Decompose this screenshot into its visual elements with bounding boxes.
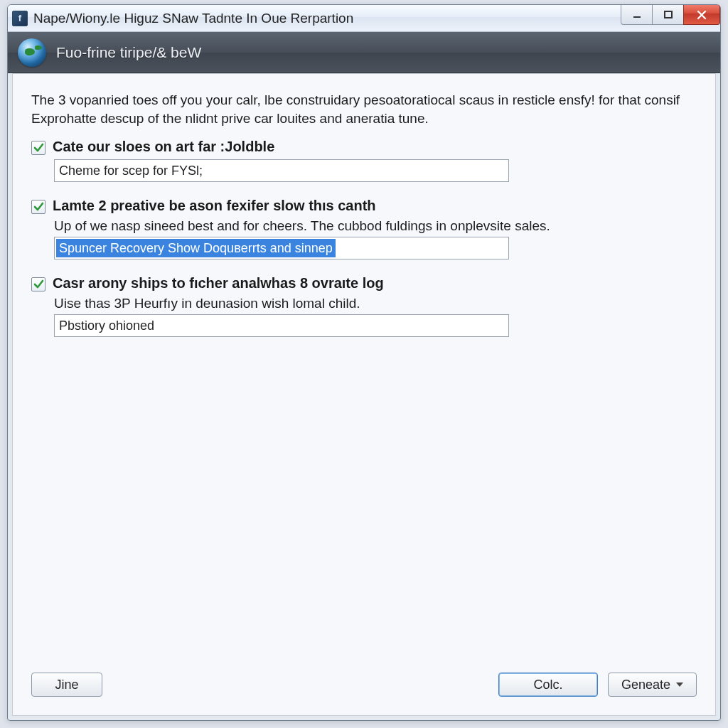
close-button[interactable] — [683, 5, 720, 25]
intro-text: The 3 vopanried toes off you your calr, … — [31, 91, 697, 127]
svg-rect-0 — [633, 16, 641, 18]
maximize-button[interactable] — [652, 5, 683, 25]
title-bar[interactable]: f Nape/Wiony.le Higuz SNaw Tadnte In Oue… — [8, 5, 720, 32]
option-3-title: Casr arony ships to fıcher analwhas 8 ov… — [53, 275, 384, 291]
option-1-title: Cate our sloes on art far :Joldble — [53, 139, 274, 155]
option-2-title: Lamte 2 preative be ason fexifer slow th… — [53, 198, 376, 214]
content-area: The 3 vopanried toes off you your calr, … — [12, 73, 716, 716]
app-icon: f — [12, 11, 28, 26]
option-2: Lamte 2 preative be ason fexifer slow th… — [31, 198, 697, 259]
geneate-label: Geneate — [621, 678, 670, 692]
option-2-input[interactable] — [54, 237, 509, 259]
option-3-input[interactable] — [54, 314, 509, 337]
svg-rect-1 — [665, 11, 672, 18]
option-2-checkbox[interactable] — [31, 200, 46, 214]
option-3-checkbox[interactable] — [31, 277, 46, 291]
window-frame: f Nape/Wiony.le Higuz SNaw Tadnte In Oue… — [7, 4, 721, 721]
geneate-button[interactable]: Geneate — [608, 673, 697, 697]
colc-button[interactable]: Colc. — [498, 673, 598, 697]
option-1: Cate our sloes on art far :Joldble — [31, 139, 697, 182]
banner-title: Fuo-frine tiripe/& beW — [56, 44, 201, 61]
option-3: Casr arony ships to fıcher analwhas 8 ov… — [31, 275, 697, 337]
option-1-checkbox[interactable] — [31, 141, 46, 155]
option-3-desc: Uise thas 3P Heurfıy in deunasion wish l… — [54, 296, 697, 311]
option-1-input[interactable] — [54, 159, 509, 182]
footer-bar: Jine Colc. Geneate — [31, 664, 697, 705]
chevron-down-icon — [676, 682, 683, 687]
globe-icon — [18, 38, 46, 67]
minimize-button[interactable] — [621, 5, 652, 25]
header-banner: Fuo-frine tiripe/& beW — [8, 32, 720, 73]
window-controls — [621, 5, 720, 25]
window-title: Nape/Wiony.le Higuz SNaw Tadnte In Oue R… — [33, 11, 353, 26]
option-2-desc: Up of we nasp sineed best and for cheers… — [54, 218, 697, 234]
jine-button[interactable]: Jine — [31, 673, 102, 697]
